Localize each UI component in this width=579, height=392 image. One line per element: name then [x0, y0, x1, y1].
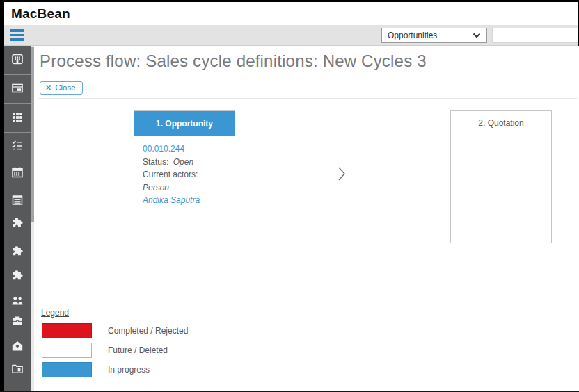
sidebar-item-archive[interactable] — [11, 362, 24, 375]
flow-area-divider — [39, 98, 577, 99]
toolbar: Opportunities — [4, 25, 579, 46]
close-button-label: Close — [55, 83, 75, 92]
entity-dropdown[interactable]: Opportunities — [381, 28, 487, 43]
sidebar-separator — [4, 103, 31, 104]
flow-card-quotation-header: 2. Quotation — [451, 111, 551, 136]
window-frame — [0, 0, 4, 392]
flow-card-opportunity: 1. Opportunity 00.010.244 Status: Open C… — [134, 110, 235, 243]
entity-dropdown-value: Opportunities — [388, 31, 473, 40]
page-title: Process flow: Sales cycle definitions: N… — [40, 51, 427, 71]
brand-bar: MacBean — [4, 2, 579, 25]
calendar-icon — [11, 166, 24, 179]
flow-card-opportunity-header[interactable]: 1. Opportunity — [134, 111, 235, 136]
home-diamond-icon — [11, 340, 24, 352]
apps-grid-icon — [11, 111, 24, 124]
briefcase-icon — [11, 315, 24, 327]
puzzle-icon — [11, 245, 24, 257]
status-line: Status: Open — [143, 156, 226, 169]
opportunity-reference-link[interactable]: 00.010.244 — [143, 142, 226, 156]
sidebar-item-people[interactable] — [11, 294, 24, 307]
sidebar-separator — [4, 74, 31, 75]
sidebar-item-workspace[interactable] — [11, 82, 24, 95]
flow-card-quotation-body — [451, 136, 551, 149]
brand-logo-text: MacBean — [11, 6, 70, 22]
sidebar-item-news[interactable] — [11, 194, 24, 206]
building-grid-icon — [11, 53, 24, 65]
close-button[interactable]: ✕ Close — [40, 81, 83, 95]
status-label: Status: — [143, 157, 168, 167]
puzzle-icon — [11, 216, 24, 229]
document-icon — [11, 194, 24, 206]
current-actors-label: Current actors: — [143, 168, 226, 181]
puzzle-icon — [11, 269, 24, 281]
sidebar-item-module-1[interactable] — [11, 216, 24, 229]
card-layout-icon — [11, 82, 24, 95]
sidebar-item-module-2[interactable] — [11, 245, 24, 257]
hamburger-bar — [10, 34, 24, 37]
legend-title: Legend — [41, 308, 69, 318]
legend-label-future: Future / Deleted — [108, 345, 168, 355]
sidebar-item-hr[interactable] — [11, 315, 24, 327]
actor-name-link[interactable]: Andika Saputra — [143, 194, 226, 207]
legend-label-inprogress: In progress — [108, 365, 150, 375]
legend-row-future: Future / Deleted — [42, 343, 168, 358]
sidebar-item-building[interactable] — [11, 53, 24, 65]
actor-role: Person — [143, 181, 226, 195]
chevron-right-icon — [337, 165, 347, 182]
sidebar-item-module-3[interactable] — [11, 269, 24, 281]
application-window: MacBean Opportunities — [0, 0, 579, 392]
flow-card-quotation: 2. Quotation — [450, 110, 552, 243]
legend-row-completed: Completed / Rejected — [42, 323, 188, 338]
search-input[interactable] — [492, 28, 578, 43]
hamburger-bar — [10, 29, 24, 32]
sidebar-item-tasks[interactable] — [11, 139, 24, 152]
sidebar-item-home[interactable] — [11, 340, 24, 352]
close-icon: ✕ — [45, 84, 51, 92]
sidebar-item-apps[interactable] — [11, 111, 24, 124]
window-frame — [0, 0, 579, 2]
flow-card-opportunity-body: 00.010.244 Status: Open Current actors: … — [134, 136, 235, 213]
hamburger-bar — [10, 38, 24, 41]
folder-icon — [11, 362, 24, 375]
people-icon — [11, 294, 24, 307]
legend-swatch-inprogress — [42, 362, 92, 377]
status-value: Open — [173, 157, 193, 167]
sidebar — [4, 46, 31, 391]
hamburger-menu-icon[interactable] — [10, 29, 24, 41]
sidebar-separator — [4, 132, 31, 133]
legend-label-completed: Completed / Rejected — [108, 326, 188, 336]
main-content: Process flow: Sales cycle definitions: N… — [34, 46, 579, 391]
checklist-icon — [11, 139, 24, 152]
chevron-down-icon — [473, 33, 481, 38]
sidebar-item-calendar[interactable] — [11, 166, 24, 179]
legend-swatch-future — [42, 343, 92, 358]
legend-row-inprogress: In progress — [42, 362, 150, 377]
legend-swatch-completed — [42, 323, 92, 338]
